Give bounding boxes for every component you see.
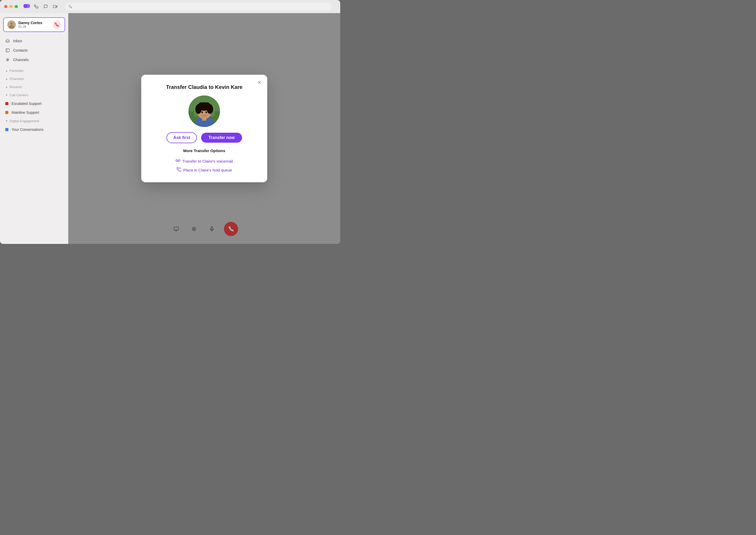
sidebar-section-digital-engagement[interactable]: ▼ Digital Engagement xyxy=(0,117,68,125)
sidebar-section-call-centers[interactable]: ▼ Call Centers xyxy=(0,91,68,99)
channels-toggle-icon: ▲ xyxy=(5,77,8,80)
mainline-support-label: Mainline Support xyxy=(12,110,39,115)
traffic-light-fullscreen[interactable] xyxy=(15,5,18,8)
call-center-mainline-support[interactable]: Mainline Support xyxy=(0,108,68,117)
svg-marker-2 xyxy=(56,6,57,8)
app-logo xyxy=(23,3,30,10)
voicemail-option[interactable]: Transfer to Claire's voicemail xyxy=(176,158,233,164)
svg-line-13 xyxy=(8,58,8,61)
sidebar-section-channels[interactable]: ▲ Channels xyxy=(0,75,68,83)
active-call-card[interactable]: Danny Cortes 01:28 xyxy=(3,17,65,32)
svg-rect-8 xyxy=(6,49,9,52)
svg-point-40 xyxy=(205,102,210,109)
svg-point-41 xyxy=(201,111,203,113)
ask-first-button[interactable]: Ask first xyxy=(166,132,197,143)
active-call-details: Danny Cortes 01:28 xyxy=(18,21,42,29)
sidebar-section-favorites[interactable]: ▲ Favorites xyxy=(0,67,68,75)
call-name: Danny Cortes xyxy=(18,21,42,25)
recents-toggle-icon: ▲ xyxy=(5,86,8,88)
call-centers-toggle-icon: ▼ xyxy=(5,94,8,97)
svg-point-39 xyxy=(198,102,204,109)
svg-point-43 xyxy=(176,159,178,161)
phone-icon[interactable] xyxy=(34,4,39,9)
inbox-icon xyxy=(5,39,10,43)
your-conversations-dot xyxy=(5,128,8,131)
sidebar-item-channels[interactable]: Channels xyxy=(0,55,68,65)
traffic-light-close[interactable] xyxy=(4,5,7,8)
hold-queue-option[interactable]: Place in Claire's hold queue xyxy=(176,167,232,173)
sidebar: Danny Cortes 01:28 xyxy=(0,13,68,244)
digital-engagement-label: Digital Engagement xyxy=(10,119,39,123)
avatar-small xyxy=(7,20,16,29)
video-icon[interactable] xyxy=(52,4,58,9)
chat-icon[interactable] xyxy=(43,4,48,9)
right-panel: AIEnabled Danny Cortes 555-567-5309 01:2… xyxy=(68,13,340,244)
call-centers-label: Call Centers xyxy=(10,93,28,97)
search-icon: 🔍 xyxy=(68,5,72,8)
more-options-list: Transfer to Claire's voicemail Place in … xyxy=(152,158,257,173)
favorites-label: Favorites xyxy=(10,69,23,73)
hold-queue-label: Place in Claire's hold queue xyxy=(183,168,232,172)
call-timer: 01:28 xyxy=(18,25,42,29)
recents-label: Recents xyxy=(10,85,22,89)
mainline-support-dot xyxy=(5,111,8,114)
modal-overlay[interactable]: ✕ Transfer Claudia to Kevin Kare xyxy=(68,13,340,244)
modal-close-button[interactable]: ✕ xyxy=(256,79,263,86)
svg-point-1 xyxy=(26,4,30,8)
your-conversations-item[interactable]: Your Conversations xyxy=(0,125,68,134)
inbox-label: Inbox xyxy=(13,39,22,43)
hash-icon xyxy=(5,57,10,62)
transfer-modal: ✕ Transfer Claudia to Kevin Kare xyxy=(141,75,267,182)
modal-buttons: Ask first Transfer now xyxy=(166,132,242,143)
digital-engagement-toggle-icon: ▼ xyxy=(5,120,8,123)
channels-label: Channels xyxy=(13,58,29,62)
sidebar-nav: Inbox Contacts xyxy=(0,34,68,67)
voicemail-icon xyxy=(176,158,180,164)
contacts-icon xyxy=(5,48,10,53)
title-bar-icons xyxy=(34,4,58,9)
your-conversations-label: Your Conversations xyxy=(12,127,44,132)
sidebar-item-contacts[interactable]: Contacts xyxy=(0,46,68,55)
contacts-label: Contacts xyxy=(13,48,28,52)
sidebar-section-recents[interactable]: ▲ Recents xyxy=(0,83,68,91)
main-content: Danny Cortes 01:28 xyxy=(0,13,340,244)
sidebar-item-inbox[interactable]: Inbox xyxy=(0,36,68,46)
svg-point-5 xyxy=(10,22,13,25)
voicemail-label: Transfer to Claire's voicemail xyxy=(182,159,233,163)
escalated-support-dot xyxy=(5,102,8,105)
app-window: 🔍 Danny Cortes 01:28 xyxy=(0,0,340,244)
modal-title: Transfer Claudia to Kevin Kare xyxy=(166,84,242,90)
escalated-support-label: Escalated Support xyxy=(12,101,42,106)
more-options-title: More Transfer Options xyxy=(183,149,225,153)
end-call-button[interactable] xyxy=(52,20,61,29)
channels-section-label: Channels xyxy=(10,77,24,81)
svg-point-44 xyxy=(178,159,180,161)
active-call-info: Danny Cortes 01:28 xyxy=(7,20,42,29)
search-bar[interactable]: 🔍 xyxy=(65,3,332,10)
traffic-light-minimize[interactable] xyxy=(10,5,13,8)
traffic-lights xyxy=(4,5,18,8)
call-center-escalated-support[interactable]: Escalated Support xyxy=(0,99,68,108)
modal-avatar xyxy=(189,96,220,127)
title-bar: 🔍 xyxy=(0,0,340,13)
favorites-toggle-icon: ▲ xyxy=(5,69,8,72)
transfer-now-button[interactable]: Transfer now xyxy=(201,133,242,143)
svg-rect-3 xyxy=(53,5,56,8)
svg-point-42 xyxy=(205,111,207,113)
hold-queue-icon xyxy=(176,167,181,173)
